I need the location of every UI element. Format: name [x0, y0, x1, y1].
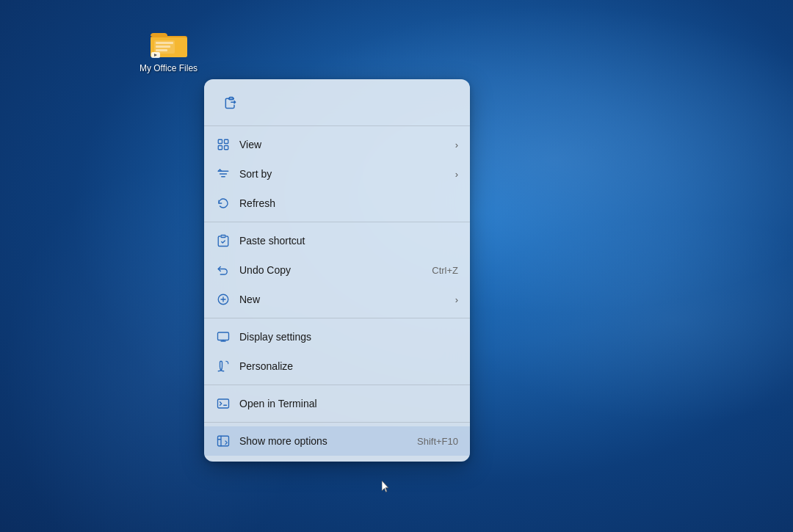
menu-label-sort-by: Sort by — [239, 168, 455, 180]
menu-item-new[interactable]: New › — [204, 285, 470, 314]
divider-1 — [204, 222, 470, 222]
menu-item-open-terminal[interactable]: Open in Terminal — [204, 389, 470, 418]
menu-label-new: New — [239, 294, 455, 305]
svg-rect-9 — [218, 139, 222, 143]
sort-icon — [216, 167, 231, 181]
display-icon — [216, 329, 231, 344]
svg-rect-12 — [225, 146, 228, 150]
svg-rect-3 — [156, 42, 173, 44]
menu-label-paste-shortcut: Paste shortcut — [239, 235, 458, 247]
new-icon — [216, 292, 231, 307]
menu-label-view: View — [239, 139, 455, 150]
svg-rect-11 — [218, 146, 222, 150]
view-arrow-icon: › — [455, 139, 458, 150]
divider-3 — [204, 385, 470, 385]
menu-item-sort-by[interactable]: Sort by › — [204, 159, 470, 189]
svg-rect-15 — [218, 332, 229, 340]
menu-label-undo-copy: Undo Copy — [239, 264, 432, 276]
divider-4 — [204, 422, 470, 423]
paste-shortcut-icon — [216, 233, 231, 248]
menu-item-refresh[interactable]: Refresh — [204, 189, 470, 218]
menu-label-refresh: Refresh — [239, 197, 458, 209]
folder-icon — [150, 27, 188, 59]
menu-label-show-more-options: Show more options — [239, 435, 417, 447]
undo-copy-shortcut: Ctrl+Z — [432, 265, 458, 276]
refresh-icon — [216, 196, 231, 211]
svg-rect-10 — [225, 139, 228, 143]
menu-item-view[interactable]: View › — [204, 130, 470, 159]
grid-icon — [216, 137, 231, 152]
context-menu: View › Sort by › Refresh — [204, 79, 470, 462]
undo-icon — [216, 263, 231, 277]
divider-top — [204, 125, 470, 126]
new-arrow-icon: › — [455, 294, 458, 305]
show-more-shortcut: Shift+F10 — [417, 436, 458, 447]
terminal-icon — [216, 396, 231, 411]
menu-item-undo-copy[interactable]: Undo Copy Ctrl+Z — [204, 255, 470, 285]
brush-icon — [216, 359, 231, 374]
clipboard-paste-button[interactable] — [216, 90, 245, 116]
svg-rect-5 — [156, 49, 167, 51]
svg-rect-16 — [218, 399, 229, 408]
sort-arrow-icon: › — [455, 169, 458, 180]
desktop-icon-my-office-files[interactable]: My Office Files — [138, 27, 199, 75]
menu-item-display-settings[interactable]: Display settings — [204, 322, 470, 351]
menu-item-show-more-options[interactable]: Show more options Shift+F10 — [204, 426, 470, 456]
menu-label-display-settings: Display settings — [239, 331, 458, 343]
menu-item-personalize[interactable]: Personalize — [204, 351, 470, 381]
desktop-icon-label: My Office Files — [140, 63, 198, 75]
svg-rect-13 — [221, 236, 225, 238]
svg-rect-8 — [229, 98, 233, 100]
more-options-icon — [216, 434, 231, 448]
svg-rect-17 — [218, 436, 229, 446]
svg-rect-4 — [156, 45, 170, 48]
clipboard-row — [204, 85, 470, 122]
menu-label-open-terminal: Open in Terminal — [239, 398, 458, 409]
divider-2 — [204, 318, 470, 318]
menu-label-personalize: Personalize — [239, 360, 458, 372]
menu-item-paste-shortcut[interactable]: Paste shortcut — [204, 226, 470, 255]
